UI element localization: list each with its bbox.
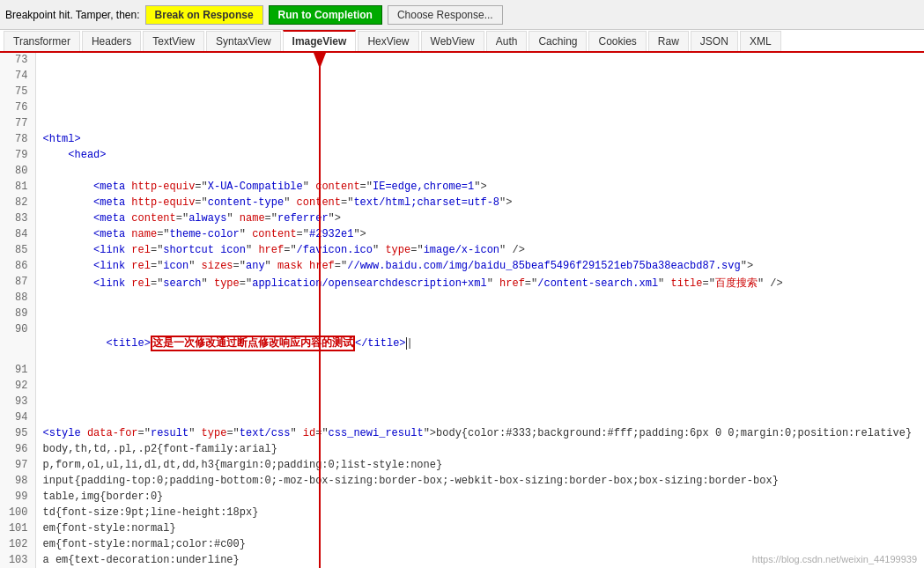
- table-row: 82 <meta http-equiv="content-type" conte…: [0, 195, 924, 211]
- run-to-completion-button[interactable]: Run to Completion: [269, 5, 382, 25]
- tab-bar: Transformer Headers TextView SyntaxView …: [0, 30, 924, 53]
- tab-hexview[interactable]: HexView: [358, 31, 418, 51]
- table-row: 90 <title>这是一次修改通过断点修改响应内容的测试</title>|: [0, 322, 924, 363]
- table-row: 73: [0, 53, 924, 69]
- tab-headers[interactable]: Headers: [82, 31, 141, 51]
- table-row: 98 input{padding-top:0;padding-bottom:0;…: [0, 474, 924, 490]
- table-row: 78 <html>: [0, 132, 924, 148]
- choose-response-button[interactable]: Choose Response...: [388, 5, 503, 25]
- table-row: 92: [0, 379, 924, 395]
- tab-auth[interactable]: Auth: [486, 31, 528, 51]
- tab-xml[interactable]: XML: [740, 31, 781, 51]
- table-row: 96 body,th,td,.pl,.p2{font-family:arial}: [0, 442, 924, 458]
- watermark: https://blog.csdn.net/weixin_44199939: [752, 554, 917, 564]
- code-table: 73 74 75 76 77 78 <html>: [0, 53, 924, 568]
- table-row: 79 <head>: [0, 148, 924, 164]
- table-row: 91: [0, 363, 924, 379]
- table-row: 74: [0, 69, 924, 85]
- tab-textview[interactable]: TextView: [143, 31, 204, 51]
- tab-raw[interactable]: Raw: [648, 31, 689, 51]
- table-row: 102 em{font-style:normal;color:#c00}: [0, 537, 924, 553]
- tab-imageview[interactable]: ImageView: [283, 30, 357, 51]
- table-row: 99 table,img{border:0}: [0, 490, 924, 505]
- tab-webview[interactable]: WebView: [421, 31, 484, 51]
- code-area[interactable]: 73 74 75 76 77 78 <html>: [0, 53, 924, 568]
- tab-syntaxview[interactable]: SyntaxView: [206, 31, 280, 51]
- tab-transformer[interactable]: Transformer: [4, 31, 80, 51]
- table-row: 77: [0, 116, 924, 132]
- table-row: 84 <meta name="theme-color" content="#29…: [0, 227, 924, 243]
- table-row: 85 <link rel="shortcut icon" href="/favi…: [0, 243, 924, 259]
- table-row: 100 td{font-size:9pt;line-height:18px}: [0, 505, 924, 521]
- breakpoint-label: Breakpoint hit. Tamper, then:: [5, 9, 140, 21]
- break-on-response-button[interactable]: Break on Response: [145, 5, 263, 25]
- top-bar: Breakpoint hit. Tamper, then: Break on R…: [0, 0, 924, 30]
- table-row: 75: [0, 85, 924, 100]
- table-row: 86 <link rel="icon" sizes="any" mask hre…: [0, 259, 924, 275]
- tab-json[interactable]: JSON: [691, 31, 738, 51]
- table-row: 88: [0, 291, 924, 306]
- table-row: 93: [0, 395, 924, 410]
- tab-caching[interactable]: Caching: [529, 31, 587, 51]
- table-row: 101 em{font-style:normal}: [0, 521, 924, 537]
- table-row: 87 <link rel="search" type="application/…: [0, 275, 924, 291]
- tab-cookies[interactable]: Cookies: [588, 31, 646, 51]
- table-row: 89: [0, 306, 924, 322]
- table-row: 94: [0, 410, 924, 426]
- table-row: 81 <meta http-equiv="X-UA-Compatible" co…: [0, 180, 924, 195]
- table-row: 76: [0, 100, 924, 116]
- table-row: 95 <style data-for="result" type="text/c…: [0, 426, 924, 442]
- table-row: 83 <meta content="always" name="referrer…: [0, 211, 924, 227]
- table-row: 80: [0, 164, 924, 180]
- table-row: 97 p,form,ol,ul,li,dl,dt,dd,h3{margin:0;…: [0, 458, 924, 474]
